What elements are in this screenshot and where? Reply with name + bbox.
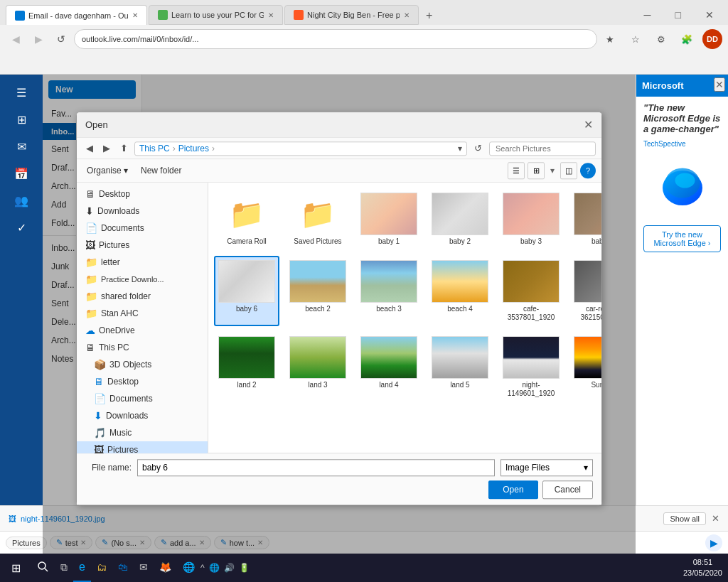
taskbar-store[interactable]: 🛍 (112, 554, 134, 582)
edge-panel-close-button[interactable]: ✕ (714, 77, 725, 92)
sidebar-item-shared[interactable]: 📁 shared folder (77, 288, 208, 305)
sidebar-item-desktop2[interactable]: 🖥 Desktop (77, 373, 208, 390)
view-pane-button[interactable]: ◫ (560, 162, 577, 179)
sidebar-item-3dobjects[interactable]: 📦 3D Objects (77, 356, 208, 373)
sidebar-apps-icon[interactable]: ⊞ (11, 109, 32, 130)
sidebar-calendar-icon[interactable]: 📅 (11, 163, 32, 184)
file-item-night[interactable]: night-1149601_1920 (498, 332, 564, 402)
taskbar-explorer[interactable]: 🗂 (91, 554, 112, 582)
taskbar-edge[interactable]: e (73, 554, 91, 582)
minimize-button[interactable]: ─ (636, 5, 660, 25)
cancel-button[interactable]: Cancel (542, 480, 593, 499)
clock-display[interactable]: 08:51 23/05/2020 (683, 557, 722, 579)
tab-1[interactable]: Email - dave dagenham - Outlo... ✕ (6, 5, 147, 25)
sidebar-menu-icon[interactable]: ☰ (11, 82, 32, 103)
sidebar-people-icon[interactable]: 👥 (11, 190, 32, 211)
file-item-baby4[interactable]: baby 4 (569, 188, 601, 250)
sidebar-item-practice[interactable]: 📁 Practice Downlo... (77, 271, 208, 288)
taskbar-taskview[interactable]: ⧉ (55, 554, 73, 582)
bottom-tab-pictures[interactable]: Pictures (6, 537, 47, 549)
sidebar-item-music[interactable]: 🎵 Music (77, 424, 208, 441)
sidebar-item-pictures2[interactable]: 🖼 Pictures (77, 441, 208, 453)
tray-chevron[interactable]: ^ (200, 563, 205, 573)
organise-button[interactable]: Organise ▾ (82, 163, 132, 178)
file-item-land2[interactable]: land 2 (214, 332, 279, 402)
sidebar-item-documents[interactable]: 📄 Documents (77, 220, 208, 237)
file-item-baby6[interactable]: baby 6 (214, 256, 279, 326)
file-item-camera-roll[interactable]: 📁 Camera Roll (214, 188, 279, 250)
show-all-button[interactable]: Show all (663, 512, 706, 525)
sidebar-item-desktop[interactable]: 🖥 Desktop (77, 185, 208, 203)
file-item-beach3[interactable]: beach 3 (356, 256, 422, 326)
forward-button[interactable]: ▶ (28, 29, 48, 49)
file-item-baby1[interactable]: baby 1 (356, 188, 422, 250)
back-button[interactable]: ◀ (6, 29, 26, 49)
extensions-icon[interactable]: 🧩 (677, 29, 697, 49)
file-item-saved-pictures[interactable]: 📁 Saved Pictures (285, 188, 350, 250)
tray-volume[interactable]: 🔊 (224, 563, 235, 573)
start-button[interactable]: ⊞ (0, 554, 32, 582)
sidebar-item-downloads[interactable]: ⬇ Downloads (77, 203, 208, 220)
dialog-forward-button[interactable]: ▶ (100, 141, 114, 156)
view-icon-button[interactable]: ⊞ (528, 162, 545, 179)
sidebar-item-stan[interactable]: 📁 Stan AHC (77, 305, 208, 322)
tray-battery[interactable]: 🔋 (239, 563, 250, 573)
file-item-land5[interactable]: land 5 (427, 332, 493, 402)
new-folder-button[interactable]: New folder (135, 163, 187, 178)
profile-button[interactable]: DD (702, 29, 722, 49)
sidebar-tasks-icon[interactable]: ✓ (11, 217, 32, 238)
edge-try-button[interactable]: Try the new Microsoft Edge › (643, 225, 721, 252)
file-item-land4[interactable]: land 4 (356, 332, 422, 402)
bottom-nav-button[interactable]: ▶ (705, 534, 722, 551)
filetype-dropdown[interactable]: Image Files ▾ (500, 459, 593, 476)
dialog-footer: File name: Image Files ▾ Open Cancel (77, 453, 601, 505)
dialog-help-button[interactable]: ? (580, 163, 596, 178)
collections-icon[interactable]: ★ (600, 29, 620, 49)
maximize-button[interactable]: □ (667, 5, 690, 25)
tab-1-close[interactable]: ✕ (132, 11, 138, 19)
tab-2-close[interactable]: ✕ (268, 11, 274, 19)
file-item-baby3[interactable]: baby 3 (498, 188, 564, 250)
view-dropdown-icon[interactable]: ▾ (547, 166, 557, 176)
refresh-button[interactable]: ↺ (51, 29, 71, 49)
file-item-land3[interactable]: land 3 (285, 332, 350, 402)
new-tab-button[interactable]: + (420, 6, 438, 25)
sidebar-email-icon[interactable]: ✉ (11, 136, 32, 157)
tab-2[interactable]: Learn to use your PC for Grown... ✕ (149, 5, 283, 25)
taskbar-mail[interactable]: ✉ (134, 554, 154, 582)
file-item-beach4[interactable]: beach 4 (427, 256, 493, 326)
dialog-back-button[interactable]: ◀ (82, 141, 97, 156)
filename-input[interactable] (137, 459, 495, 476)
breadcrumb-pictures[interactable]: Pictures (178, 144, 209, 153)
sidebar-item-letter[interactable]: 📁 letter (77, 254, 208, 271)
sidebar-item-downloads2[interactable]: ⬇ Downloads (77, 407, 208, 424)
sidebar-item-thispc[interactable]: 🖥 This PC (77, 339, 208, 356)
breadcrumb-thispc[interactable]: This PC (139, 144, 170, 153)
close-button[interactable]: ✕ (697, 5, 722, 25)
taskbar-chrome[interactable]: 🌐 (177, 554, 200, 582)
file-item-baby2[interactable]: baby 2 (427, 188, 493, 250)
taskbar-search[interactable] (32, 554, 55, 582)
download-strip-close[interactable]: ✕ (712, 513, 719, 524)
file-item-beach2[interactable]: beach 2 (285, 256, 350, 326)
sidebar-item-onedrive[interactable]: ☁ OneDrive (77, 322, 208, 339)
breadcrumb-dropdown-icon[interactable]: ▾ (458, 144, 462, 153)
address-bar[interactable] (74, 29, 597, 49)
settings-icon[interactable]: ⚙ (651, 29, 671, 49)
tray-network[interactable]: 🌐 (209, 563, 220, 573)
file-item-car[interactable]: car-repair-362150_1920 (569, 256, 601, 326)
sidebar-item-pictures[interactable]: 🖼 Pictures (77, 237, 208, 254)
file-item-cafe[interactable]: cafe-3537801_1920 (498, 256, 564, 326)
favorites-icon[interactable]: ☆ (626, 29, 646, 49)
dialog-refresh-button[interactable]: ↺ (470, 141, 486, 156)
dialog-search-input[interactable] (489, 141, 596, 156)
sidebar-item-documents2[interactable]: 📄 Documents (77, 390, 208, 407)
file-item-sunset[interactable]: Sunset (569, 332, 601, 402)
dialog-close-button[interactable]: ✕ (584, 118, 593, 131)
dialog-up-button[interactable]: ⬆ (117, 141, 132, 156)
tab-3-close[interactable]: ✕ (404, 11, 410, 19)
open-button[interactable]: Open (488, 480, 537, 499)
tab-3[interactable]: Night City Big Ben - Free photo... ✕ (284, 5, 419, 25)
view-details-button[interactable]: ☰ (508, 162, 525, 179)
taskbar-firefox[interactable]: 🦊 (154, 554, 177, 582)
